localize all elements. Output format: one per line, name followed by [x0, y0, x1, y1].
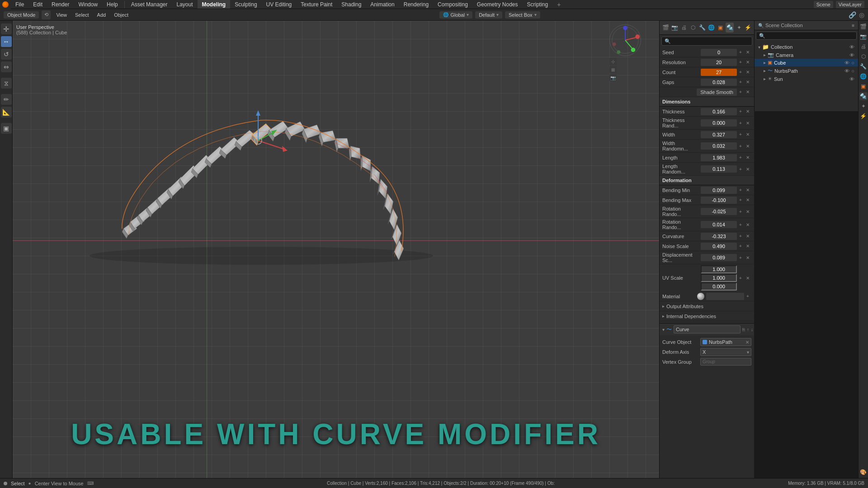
res-action2[interactable]: ✕ [744, 59, 751, 66]
vertex-group-input[interactable]: Group [700, 358, 751, 366]
tab-scripting[interactable]: Scripting [523, 0, 553, 9]
noise-scale-input[interactable] [701, 243, 737, 250]
internal-deps-row[interactable]: ▸ Internal Dependencies [660, 311, 754, 321]
uv-action1[interactable]: + [737, 274, 744, 282]
select-menu[interactable]: Select [72, 11, 92, 19]
width-rand-input[interactable] [701, 142, 737, 150]
count-action1[interactable]: + [737, 69, 744, 76]
count-input[interactable] [701, 69, 737, 76]
rt-icon-8[interactable]: 🔩 [859, 92, 868, 100]
cube-tree-item[interactable]: ▸ ▣ Cube 👁 ○ [755, 59, 858, 66]
cur-action2[interactable]: ✕ [744, 233, 751, 240]
output-attrs-row[interactable]: ▸ Output Attributes [660, 301, 754, 311]
prop-scene-settings-icon[interactable]: 🔧 [698, 23, 706, 33]
uv-scale-x-input[interactable] [701, 265, 737, 273]
menu-edit[interactable]: Edit [28, 0, 47, 9]
sun-eye[interactable]: 👁 [849, 76, 854, 82]
zoom-in-btn[interactable]: ⊞ [609, 66, 617, 73]
shade-action1[interactable]: + [737, 89, 744, 96]
mod-copy-btn[interactable]: ⎘ [742, 327, 745, 332]
bx-action1[interactable]: + [737, 197, 744, 204]
wr-action2[interactable]: ✕ [744, 142, 751, 150]
ds-action2[interactable]: ✕ [744, 254, 751, 261]
prop-world-icon[interactable]: 🌐 [707, 23, 715, 33]
transform-tool[interactable]: ⧖ [1, 78, 12, 89]
tab-animation[interactable]: Animation [366, 0, 399, 9]
scene-selector[interactable]: Scene [814, 1, 833, 8]
mod-up-btn[interactable]: ↑ [747, 327, 749, 332]
thick-action2[interactable]: ✕ [744, 108, 751, 115]
rt-icon-7[interactable]: ▣ [859, 82, 868, 90]
nurbs-render[interactable]: ○ [851, 68, 854, 74]
navigation-gizmo[interactable]: ⊹ ⊞ 📷 [609, 24, 646, 61]
bm-action2[interactable]: ✕ [744, 187, 751, 194]
l-action1[interactable]: + [737, 154, 744, 161]
gaps-action1[interactable]: + [737, 79, 744, 86]
prop-scene-icon[interactable]: 🎬 [661, 23, 670, 33]
prop-render-icon[interactable]: 📷 [670, 23, 679, 33]
mode-selector[interactable]: Object Mode [4, 11, 39, 19]
bend-max-input[interactable] [701, 197, 737, 204]
tab-uv-editing[interactable]: UV Editing [262, 0, 297, 9]
curve-obj-clear-btn[interactable]: ✕ [745, 340, 749, 345]
gaps-input[interactable] [701, 79, 737, 86]
rt-icon-4[interactable]: ⬡ [859, 52, 868, 61]
rr1-action1[interactable]: + [737, 208, 744, 215]
outliner-filter-btn[interactable]: ≡ [852, 23, 854, 28]
outliner-search[interactable] [756, 32, 857, 40]
tab-shading[interactable]: Shading [337, 0, 366, 9]
bx-action2[interactable]: ✕ [744, 197, 751, 204]
width-input[interactable] [701, 131, 737, 138]
rt-icon-9[interactable]: ✦ [859, 102, 868, 110]
prop-physics-icon[interactable]: ⚡ [744, 23, 752, 33]
curvature-input[interactable] [701, 233, 737, 240]
annotate-tool[interactable]: ✏ [1, 94, 12, 105]
gaps-action2[interactable]: ✕ [744, 79, 751, 86]
measure-tool[interactable]: 📐 [1, 107, 12, 117]
cube-eye[interactable]: 👁 [844, 60, 849, 66]
cursor-tool[interactable]: ✛ [1, 23, 12, 34]
mod-down-btn[interactable]: ↓ [751, 327, 753, 332]
modifier-name-input[interactable] [674, 325, 741, 333]
resolution-input[interactable] [701, 59, 737, 66]
rot-rand2-input[interactable] [701, 221, 737, 228]
object-menu[interactable]: Object [111, 11, 131, 19]
uv-action2[interactable]: ✕ [744, 274, 751, 282]
seed-input[interactable] [701, 49, 737, 56]
w-action1[interactable]: + [737, 131, 744, 138]
zoom-fit-btn[interactable]: ⊹ [609, 58, 617, 65]
ds-action1[interactable]: + [737, 254, 744, 261]
bend-min-input[interactable] [701, 187, 737, 194]
mat-action1[interactable]: + [744, 293, 751, 300]
proportional-btn[interactable]: ◎ [859, 11, 864, 19]
prop-output-icon[interactable]: 🖨 [680, 23, 688, 33]
shade-smooth-btn[interactable]: Shade Smooth [697, 89, 737, 96]
nurbspath-tree-item[interactable]: ▸ 〜 NurbsPath 👁 ○ [755, 66, 858, 75]
orientation-selector[interactable]: 🌐 Global ▾ [439, 11, 472, 19]
lr-action1[interactable]: + [737, 165, 744, 173]
rot-rand1-input[interactable] [701, 208, 737, 215]
modifier-collapse-btn[interactable]: ▾ [662, 327, 665, 332]
tab-layout[interactable]: Layout [172, 0, 197, 9]
thick-rand-input[interactable] [701, 119, 737, 127]
menu-help[interactable]: Help [102, 0, 123, 9]
rt-icon-bottom1[interactable]: 🎨 [859, 468, 868, 476]
prop-view-layer-icon[interactable]: ⬡ [689, 23, 697, 33]
drag-selector[interactable]: Select Box ▾ [505, 11, 540, 19]
rt-icon-2[interactable]: 📷 [859, 33, 868, 41]
pivot-selector[interactable]: Default ▾ [475, 11, 502, 19]
length-input[interactable] [701, 154, 737, 161]
add-cube-tool[interactable]: ▣ [1, 123, 12, 134]
nurbs-eye[interactable]: 👁 [844, 68, 849, 74]
menu-render[interactable]: Render [47, 0, 74, 9]
cube-render[interactable]: ○ [851, 60, 854, 66]
seed-action1[interactable]: + [737, 49, 744, 56]
tab-add[interactable]: + [552, 0, 565, 9]
uv-scale-y-input[interactable] [701, 274, 737, 282]
material-sphere[interactable] [697, 293, 704, 300]
count-action2[interactable]: ✕ [744, 69, 751, 76]
rr2-action1[interactable]: + [737, 221, 744, 228]
rr2-action2[interactable]: ✕ [744, 221, 751, 228]
tab-asset-manager[interactable]: Asset Manager [127, 0, 172, 9]
thick-action1[interactable]: + [737, 108, 744, 115]
